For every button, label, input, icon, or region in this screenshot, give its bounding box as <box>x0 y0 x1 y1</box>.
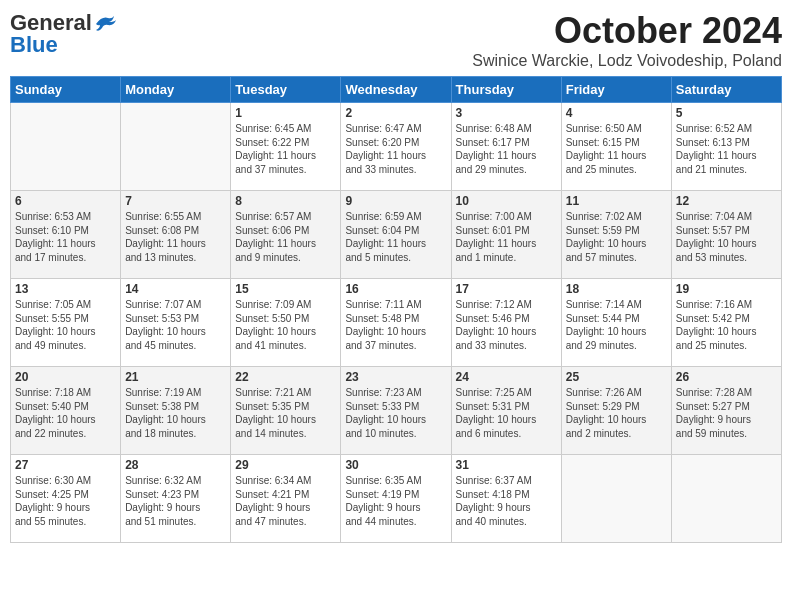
calendar-cell: 23Sunrise: 7:23 AM Sunset: 5:33 PM Dayli… <box>341 367 451 455</box>
calendar-cell: 26Sunrise: 7:28 AM Sunset: 5:27 PM Dayli… <box>671 367 781 455</box>
calendar-cell: 3Sunrise: 6:48 AM Sunset: 6:17 PM Daylig… <box>451 103 561 191</box>
cell-content: Sunrise: 7:11 AM Sunset: 5:48 PM Dayligh… <box>345 298 446 352</box>
day-number: 29 <box>235 458 336 472</box>
calendar-header: SundayMondayTuesdayWednesdayThursdayFrid… <box>11 77 782 103</box>
calendar-cell: 7Sunrise: 6:55 AM Sunset: 6:08 PM Daylig… <box>121 191 231 279</box>
weekday-header-saturday: Saturday <box>671 77 781 103</box>
cell-content: Sunrise: 6:53 AM Sunset: 6:10 PM Dayligh… <box>15 210 116 264</box>
cell-content: Sunrise: 7:02 AM Sunset: 5:59 PM Dayligh… <box>566 210 667 264</box>
cell-content: Sunrise: 7:09 AM Sunset: 5:50 PM Dayligh… <box>235 298 336 352</box>
month-title: October 2024 <box>472 10 782 52</box>
calendar-cell: 25Sunrise: 7:26 AM Sunset: 5:29 PM Dayli… <box>561 367 671 455</box>
cell-content: Sunrise: 7:16 AM Sunset: 5:42 PM Dayligh… <box>676 298 777 352</box>
day-number: 13 <box>15 282 116 296</box>
day-number: 1 <box>235 106 336 120</box>
day-number: 5 <box>676 106 777 120</box>
page-header: General Blue October 2024 Swinice Warcki… <box>10 10 782 70</box>
day-number: 14 <box>125 282 226 296</box>
calendar-cell: 31Sunrise: 6:37 AM Sunset: 4:18 PM Dayli… <box>451 455 561 543</box>
cell-content: Sunrise: 6:32 AM Sunset: 4:23 PM Dayligh… <box>125 474 226 528</box>
day-number: 16 <box>345 282 446 296</box>
calendar-cell: 30Sunrise: 6:35 AM Sunset: 4:19 PM Dayli… <box>341 455 451 543</box>
cell-content: Sunrise: 7:12 AM Sunset: 5:46 PM Dayligh… <box>456 298 557 352</box>
calendar-cell: 14Sunrise: 7:07 AM Sunset: 5:53 PM Dayli… <box>121 279 231 367</box>
calendar-cell <box>671 455 781 543</box>
calendar-cell: 28Sunrise: 6:32 AM Sunset: 4:23 PM Dayli… <box>121 455 231 543</box>
calendar-table: SundayMondayTuesdayWednesdayThursdayFrid… <box>10 76 782 543</box>
calendar-cell: 18Sunrise: 7:14 AM Sunset: 5:44 PM Dayli… <box>561 279 671 367</box>
calendar-cell <box>121 103 231 191</box>
weekday-header-tuesday: Tuesday <box>231 77 341 103</box>
calendar-cell: 1Sunrise: 6:45 AM Sunset: 6:22 PM Daylig… <box>231 103 341 191</box>
day-number: 28 <box>125 458 226 472</box>
calendar-cell: 9Sunrise: 6:59 AM Sunset: 6:04 PM Daylig… <box>341 191 451 279</box>
location-title: Swinice Warckie, Lodz Voivodeship, Polan… <box>472 52 782 70</box>
calendar-cell: 19Sunrise: 7:16 AM Sunset: 5:42 PM Dayli… <box>671 279 781 367</box>
cell-content: Sunrise: 6:55 AM Sunset: 6:08 PM Dayligh… <box>125 210 226 264</box>
calendar-cell: 12Sunrise: 7:04 AM Sunset: 5:57 PM Dayli… <box>671 191 781 279</box>
day-number: 3 <box>456 106 557 120</box>
cell-content: Sunrise: 6:52 AM Sunset: 6:13 PM Dayligh… <box>676 122 777 176</box>
cell-content: Sunrise: 7:26 AM Sunset: 5:29 PM Dayligh… <box>566 386 667 440</box>
calendar-cell: 17Sunrise: 7:12 AM Sunset: 5:46 PM Dayli… <box>451 279 561 367</box>
calendar-cell: 27Sunrise: 6:30 AM Sunset: 4:25 PM Dayli… <box>11 455 121 543</box>
day-number: 21 <box>125 370 226 384</box>
cell-content: Sunrise: 7:23 AM Sunset: 5:33 PM Dayligh… <box>345 386 446 440</box>
logo: General Blue <box>10 10 116 58</box>
calendar-cell: 8Sunrise: 6:57 AM Sunset: 6:06 PM Daylig… <box>231 191 341 279</box>
calendar-cell: 4Sunrise: 6:50 AM Sunset: 6:15 PM Daylig… <box>561 103 671 191</box>
day-number: 6 <box>15 194 116 208</box>
cell-content: Sunrise: 6:47 AM Sunset: 6:20 PM Dayligh… <box>345 122 446 176</box>
day-number: 12 <box>676 194 777 208</box>
calendar-cell: 21Sunrise: 7:19 AM Sunset: 5:38 PM Dayli… <box>121 367 231 455</box>
day-number: 17 <box>456 282 557 296</box>
day-number: 11 <box>566 194 667 208</box>
weekday-header-thursday: Thursday <box>451 77 561 103</box>
cell-content: Sunrise: 6:30 AM Sunset: 4:25 PM Dayligh… <box>15 474 116 528</box>
day-number: 18 <box>566 282 667 296</box>
day-number: 27 <box>15 458 116 472</box>
calendar-cell: 11Sunrise: 7:02 AM Sunset: 5:59 PM Dayli… <box>561 191 671 279</box>
day-number: 4 <box>566 106 667 120</box>
day-number: 15 <box>235 282 336 296</box>
weekday-header-friday: Friday <box>561 77 671 103</box>
cell-content: Sunrise: 7:19 AM Sunset: 5:38 PM Dayligh… <box>125 386 226 440</box>
calendar-cell: 6Sunrise: 6:53 AM Sunset: 6:10 PM Daylig… <box>11 191 121 279</box>
day-number: 20 <box>15 370 116 384</box>
logo-blue: Blue <box>10 32 58 58</box>
cell-content: Sunrise: 7:07 AM Sunset: 5:53 PM Dayligh… <box>125 298 226 352</box>
title-block: October 2024 Swinice Warckie, Lodz Voivo… <box>472 10 782 70</box>
day-number: 31 <box>456 458 557 472</box>
calendar-cell: 29Sunrise: 6:34 AM Sunset: 4:21 PM Dayli… <box>231 455 341 543</box>
cell-content: Sunrise: 7:05 AM Sunset: 5:55 PM Dayligh… <box>15 298 116 352</box>
cell-content: Sunrise: 7:04 AM Sunset: 5:57 PM Dayligh… <box>676 210 777 264</box>
calendar-cell: 2Sunrise: 6:47 AM Sunset: 6:20 PM Daylig… <box>341 103 451 191</box>
cell-content: Sunrise: 6:57 AM Sunset: 6:06 PM Dayligh… <box>235 210 336 264</box>
calendar-cell: 22Sunrise: 7:21 AM Sunset: 5:35 PM Dayli… <box>231 367 341 455</box>
day-number: 10 <box>456 194 557 208</box>
cell-content: Sunrise: 6:48 AM Sunset: 6:17 PM Dayligh… <box>456 122 557 176</box>
day-number: 19 <box>676 282 777 296</box>
weekday-header-wednesday: Wednesday <box>341 77 451 103</box>
cell-content: Sunrise: 6:37 AM Sunset: 4:18 PM Dayligh… <box>456 474 557 528</box>
calendar-cell: 20Sunrise: 7:18 AM Sunset: 5:40 PM Dayli… <box>11 367 121 455</box>
cell-content: Sunrise: 7:28 AM Sunset: 5:27 PM Dayligh… <box>676 386 777 440</box>
day-number: 7 <box>125 194 226 208</box>
day-number: 2 <box>345 106 446 120</box>
calendar-cell <box>11 103 121 191</box>
calendar-cell: 24Sunrise: 7:25 AM Sunset: 5:31 PM Dayli… <box>451 367 561 455</box>
calendar-cell: 10Sunrise: 7:00 AM Sunset: 6:01 PM Dayli… <box>451 191 561 279</box>
logo-bird-icon <box>94 14 116 32</box>
day-number: 26 <box>676 370 777 384</box>
calendar-cell: 13Sunrise: 7:05 AM Sunset: 5:55 PM Dayli… <box>11 279 121 367</box>
cell-content: Sunrise: 6:50 AM Sunset: 6:15 PM Dayligh… <box>566 122 667 176</box>
cell-content: Sunrise: 6:45 AM Sunset: 6:22 PM Dayligh… <box>235 122 336 176</box>
calendar-cell: 16Sunrise: 7:11 AM Sunset: 5:48 PM Dayli… <box>341 279 451 367</box>
cell-content: Sunrise: 6:34 AM Sunset: 4:21 PM Dayligh… <box>235 474 336 528</box>
weekday-header-monday: Monday <box>121 77 231 103</box>
cell-content: Sunrise: 6:35 AM Sunset: 4:19 PM Dayligh… <box>345 474 446 528</box>
cell-content: Sunrise: 7:18 AM Sunset: 5:40 PM Dayligh… <box>15 386 116 440</box>
cell-content: Sunrise: 7:25 AM Sunset: 5:31 PM Dayligh… <box>456 386 557 440</box>
cell-content: Sunrise: 7:21 AM Sunset: 5:35 PM Dayligh… <box>235 386 336 440</box>
day-number: 9 <box>345 194 446 208</box>
